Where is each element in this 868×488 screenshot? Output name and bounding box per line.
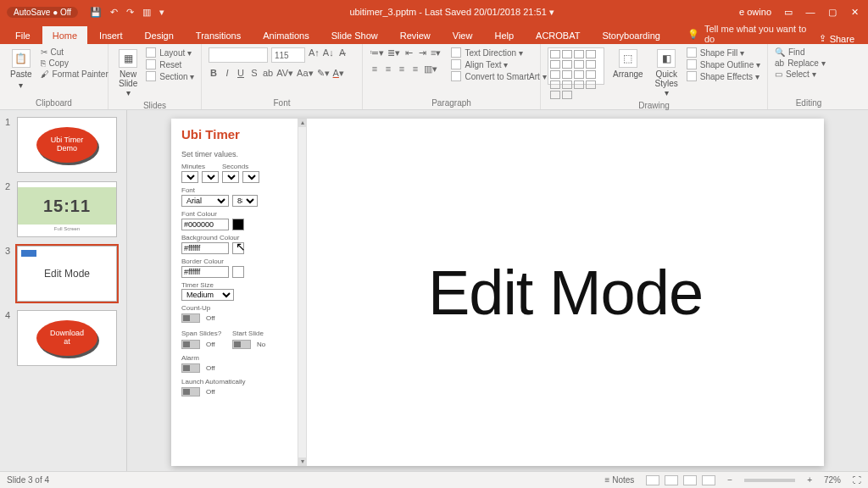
start-slide-toggle[interactable]	[232, 340, 251, 349]
align-left-button[interactable]: ≡	[370, 64, 380, 75]
ribbon-options-icon[interactable]: ▭	[783, 7, 793, 18]
decrease-font-icon[interactable]: A↓	[323, 47, 334, 63]
arrange-button[interactable]: ⬚ Arrange	[609, 47, 647, 80]
shadow-button[interactable]: ab	[263, 68, 273, 79]
tab-help[interactable]: Help	[484, 26, 524, 44]
paste-button[interactable]: 📋 Paste ▾	[7, 47, 36, 92]
slideshow-view-button[interactable]	[702, 475, 715, 485]
alarm-toggle[interactable]	[181, 363, 200, 373]
tab-insert[interactable]: Insert	[89, 26, 133, 44]
align-text-button[interactable]: Align Text ▾	[451, 59, 546, 69]
launch-toggle[interactable]	[181, 387, 200, 396]
numbering-button[interactable]: ≣▾	[387, 47, 400, 58]
clear-formatting-icon[interactable]: A̶	[337, 47, 348, 63]
italic-button[interactable]: I	[222, 68, 232, 79]
minutes-tens-select[interactable]: 2	[181, 171, 198, 183]
shape-outline-button[interactable]: Shape Outline ▾	[687, 59, 760, 69]
slide-content[interactable]: Edit Mode	[307, 119, 824, 466]
autosave-toggle[interactable]: AutoSave ● Off	[7, 7, 78, 18]
underline-button[interactable]: U	[236, 68, 246, 79]
seconds-tens-select[interactable]: 1	[222, 171, 239, 183]
share-button[interactable]: ⇪ Share	[810, 33, 863, 44]
columns-button[interactable]: ▥▾	[424, 64, 437, 75]
sorter-view-button[interactable]	[665, 475, 678, 485]
thumbnail-slide-2[interactable]: 15:11 Full Screen	[17, 181, 117, 237]
increase-indent-button[interactable]: ⇥	[417, 47, 427, 58]
close-icon[interactable]: ✕	[849, 7, 860, 18]
slide-canvas-area[interactable]: Ubi Timer Set timer values. Minutes Seco…	[127, 110, 868, 471]
char-spacing-button[interactable]: AV▾	[276, 68, 293, 79]
zoom-out-button[interactable]: −	[727, 475, 732, 485]
slide-indicator[interactable]: Slide 3 of 4	[7, 475, 49, 485]
seconds-ones-select[interactable]: 0	[242, 171, 259, 183]
notes-button[interactable]: ≡ Notes	[605, 475, 635, 485]
align-right-button[interactable]: ≡	[397, 64, 407, 75]
bold-button[interactable]: B	[209, 68, 219, 79]
font-size-select-pane[interactable]: 88	[232, 195, 258, 207]
find-button[interactable]: 🔍Find	[775, 47, 826, 57]
scroll-up-icon[interactable]: ▴	[298, 119, 306, 127]
tab-file[interactable]: File	[5, 26, 41, 44]
line-spacing-button[interactable]: ≡▾	[431, 47, 441, 58]
font-size-select[interactable]: 115	[271, 47, 305, 63]
thumbnail-slide-1[interactable]: Ubi Timer Demo	[17, 117, 117, 173]
layout-button[interactable]: Layout ▾	[146, 47, 194, 58]
reset-button[interactable]: Reset	[146, 59, 194, 69]
shape-effects-button[interactable]: Shape Effects ▾	[687, 71, 760, 81]
new-slide-button[interactable]: ▦ New Slide ▾	[115, 47, 141, 99]
text-direction-button[interactable]: Text Direction ▾	[451, 47, 546, 58]
user-name[interactable]: e owino	[739, 7, 771, 17]
zoom-level[interactable]: 72%	[824, 475, 841, 485]
replace-button[interactable]: abReplace ▾	[775, 58, 826, 68]
quick-styles-button[interactable]: ◧ Quick Styles ▾	[652, 47, 682, 99]
reading-view-button[interactable]	[683, 475, 697, 485]
tab-slideshow[interactable]: Slide Show	[321, 26, 388, 44]
bg-colour-input[interactable]	[181, 242, 229, 254]
tell-me-search[interactable]: 💡 Tell me what you want to do	[672, 24, 809, 44]
timer-size-select[interactable]: Medium	[181, 289, 234, 301]
font-colour-input[interactable]	[181, 219, 229, 230]
border-colour-input[interactable]	[181, 266, 229, 278]
zoom-slider[interactable]	[744, 479, 795, 482]
tab-review[interactable]: Review	[390, 26, 441, 44]
normal-view-button[interactable]	[646, 475, 659, 485]
increase-font-icon[interactable]: A↑	[309, 47, 320, 63]
current-slide[interactable]: Ubi Timer Set timer values. Minutes Seco…	[171, 119, 824, 466]
save-icon[interactable]: 💾	[90, 7, 102, 18]
cut-button[interactable]: ✂Cut	[41, 47, 108, 57]
section-button[interactable]: Section ▾	[146, 71, 194, 81]
font-colour-swatch[interactable]	[232, 219, 244, 230]
minutes-ones-select[interactable]: 0	[202, 171, 219, 183]
start-from-beginning-icon[interactable]: ▥	[142, 7, 151, 18]
tab-transitions[interactable]: Transitions	[186, 26, 251, 44]
span-slides-toggle[interactable]	[181, 340, 200, 349]
fit-to-window-button[interactable]: ⛶	[853, 475, 861, 485]
zoom-in-button[interactable]: +	[807, 475, 812, 485]
countup-toggle[interactable]	[181, 313, 200, 323]
align-center-button[interactable]: ≡	[383, 64, 393, 75]
slide-title-text[interactable]: Edit Mode	[428, 257, 703, 329]
border-colour-swatch[interactable]	[232, 266, 244, 278]
undo-icon[interactable]: ↶	[110, 7, 118, 18]
tab-storyboarding[interactable]: Storyboarding	[592, 26, 670, 44]
strikethrough-button[interactable]: S	[249, 68, 259, 79]
font-select[interactable]: Arial	[181, 195, 229, 207]
convert-smartart-button[interactable]: Convert to SmartArt ▾	[451, 71, 546, 81]
tab-home[interactable]: Home	[42, 26, 87, 44]
copy-button[interactable]: ⎘Copy	[41, 58, 108, 68]
tab-design[interactable]: Design	[135, 26, 184, 44]
shapes-gallery[interactable]	[548, 47, 604, 85]
decrease-indent-button[interactable]: ⇤	[403, 47, 414, 58]
shape-fill-button[interactable]: Shape Fill ▾	[687, 47, 760, 58]
redo-icon[interactable]: ↷	[126, 7, 134, 18]
highlight-button[interactable]: ✎▾	[317, 68, 330, 79]
tab-animations[interactable]: Animations	[253, 26, 319, 44]
thumbnail-slide-3[interactable]: Edit Mode	[17, 246, 117, 302]
minimize-icon[interactable]: —	[805, 7, 815, 17]
justify-button[interactable]: ≡	[410, 64, 420, 75]
thumbnail-slide-4[interactable]: Download at	[17, 310, 117, 366]
maximize-icon[interactable]: ▢	[827, 7, 837, 18]
select-button[interactable]: ▭Select ▾	[775, 69, 826, 79]
change-case-button[interactable]: Aa▾	[297, 68, 313, 79]
font-family-select[interactable]	[209, 47, 268, 63]
